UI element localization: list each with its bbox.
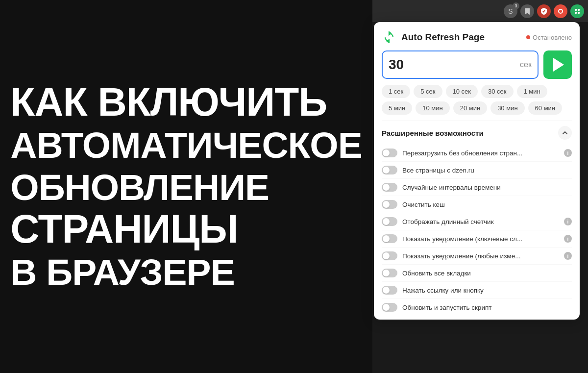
badge-icon[interactable]: S 3 — [504, 4, 517, 18]
status-indicator: Остановлено — [526, 34, 572, 41]
preset-btn[interactable]: 5 мин — [382, 101, 412, 115]
popup-header: Auto Refresh Page Остановлено — [374, 22, 580, 50]
option-row: Нажать ссылку или кнопку — [382, 282, 572, 299]
advanced-title: Расширенные возможности — [382, 129, 484, 137]
popup-title: Auto Refresh Page — [401, 32, 521, 43]
record-icon[interactable] — [554, 4, 567, 18]
preset-btn[interactable]: 5 сек — [414, 85, 442, 98]
option-row: Перезагрузить без обновления стран...i — [382, 145, 572, 162]
option-label: Обновить все вкладки — [402, 270, 572, 277]
option-row: Показать уведомление (любые изме...i — [382, 248, 572, 265]
toggle-switch[interactable] — [382, 217, 397, 226]
option-row: Случайные интервалы времени — [382, 179, 572, 196]
svg-rect-2 — [575, 9, 577, 11]
option-row: Отображать длинный счетчикi — [382, 213, 572, 230]
svg-point-1 — [559, 10, 562, 13]
bg-line2: автоматическое — [10, 124, 362, 166]
timer-unit: сек — [520, 60, 532, 69]
status-text: Остановлено — [533, 34, 572, 41]
option-label: Показать уведомление (любые изме... — [402, 252, 559, 260]
preset-btn[interactable]: 10 мин — [416, 101, 449, 115]
option-label: Перезагрузить без обновления стран... — [402, 149, 559, 157]
toggle-switch[interactable] — [382, 269, 397, 277]
play-button[interactable] — [543, 50, 572, 79]
info-icon[interactable]: i — [564, 149, 572, 157]
option-row: Все страницы с dzen.ru — [382, 162, 572, 179]
shield-icon[interactable] — [537, 4, 551, 18]
info-icon[interactable]: i — [564, 235, 572, 243]
option-row: Обновить и запустить скрипт — [382, 299, 572, 316]
toggle-switch[interactable] — [382, 149, 397, 157]
option-row: Показать уведомление (ключевые сл...i — [382, 230, 572, 248]
svg-rect-3 — [578, 9, 580, 11]
browser-toolbar: S 3 — [372, 0, 588, 22]
chevron-up-icon[interactable] — [558, 126, 572, 140]
background-text: КАК ВКЛЮЧИТЬ автоматическое обновление С… — [10, 81, 362, 292]
advanced-header[interactable]: Расширенные возможности — [382, 121, 572, 145]
auto-refresh-popup: Auto Refresh Page Остановлено сек 1 сек5… — [374, 22, 580, 320]
preset-btn[interactable]: 20 мин — [453, 101, 487, 115]
toggle-switch[interactable] — [382, 183, 397, 192]
preset-btn[interactable]: 30 мин — [490, 101, 524, 115]
option-label: Случайные интервалы времени — [402, 184, 572, 191]
preset-btn[interactable]: 10 сек — [446, 85, 478, 98]
toggle-switch[interactable] — [382, 200, 397, 209]
bg-line4: СТРАНИЦЫ — [10, 206, 238, 251]
toggle-switch[interactable] — [382, 234, 397, 243]
toggle-switch[interactable] — [382, 251, 397, 260]
advanced-section: Расширенные возможности Перезагрузить бе… — [374, 121, 580, 316]
timer-area: сек — [374, 50, 580, 85]
option-label: Очистить кеш — [402, 201, 572, 208]
svg-rect-5 — [578, 12, 580, 14]
option-label: Отображать длинный счетчик — [402, 218, 559, 225]
option-label: Обновить и запустить скрипт — [402, 304, 572, 311]
background-area: КАК ВКЛЮЧИТЬ автоматическое обновление С… — [0, 0, 372, 373]
option-label: Все страницы с dzen.ru — [402, 167, 572, 174]
bg-line3: обновление — [10, 167, 269, 208]
status-dot — [526, 35, 530, 39]
app-icon — [382, 30, 396, 45]
info-icon[interactable]: i — [564, 218, 572, 225]
option-label: Нажать ссылку или кнопку — [402, 287, 572, 294]
info-icon[interactable]: i — [564, 252, 572, 260]
option-label: Показать уведомление (ключевые сл... — [402, 235, 559, 243]
option-row: Очистить кеш — [382, 196, 572, 213]
bookmark-icon[interactable] — [520, 4, 534, 18]
option-list: Перезагрузить без обновления стран...iВс… — [382, 145, 572, 316]
svg-rect-4 — [575, 12, 577, 14]
toggle-switch[interactable] — [382, 166, 397, 174]
preset-buttons: 1 сек5 сек10 сек30 сек1 мин5 мин10 мин20… — [374, 85, 580, 121]
preset-btn[interactable]: 1 мин — [517, 85, 547, 98]
play-icon — [553, 58, 564, 72]
timer-input[interactable] — [389, 57, 516, 73]
preset-btn[interactable]: 60 мин — [528, 101, 562, 115]
preset-btn[interactable]: 30 сек — [481, 85, 514, 98]
bg-line1: КАК ВКЛЮЧИТЬ — [10, 79, 327, 124]
extension-icon[interactable] — [570, 4, 584, 18]
toggle-switch[interactable] — [382, 303, 397, 312]
option-row: Обновить все вкладки — [382, 265, 572, 282]
preset-btn[interactable]: 1 сек — [382, 85, 410, 98]
timer-input-wrapper[interactable]: сек — [382, 50, 539, 79]
bg-line5: в браузере — [10, 251, 234, 293]
toggle-switch[interactable] — [382, 286, 397, 295]
